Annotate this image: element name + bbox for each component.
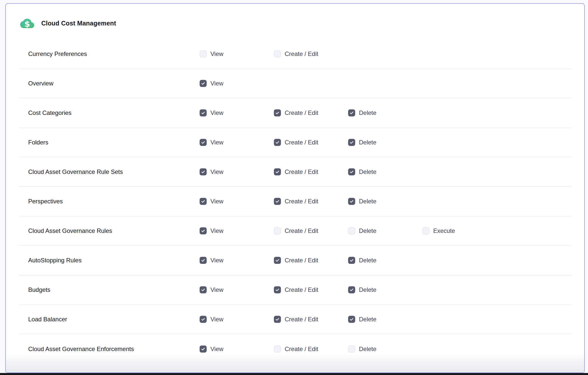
permission-cell: Create / Edit bbox=[274, 50, 348, 57]
create-edit-checkbox-label: Create / Edit bbox=[285, 109, 318, 116]
view-checkbox[interactable] bbox=[200, 168, 207, 175]
view-checkbox[interactable] bbox=[200, 227, 207, 234]
delete-checkbox-label: Delete bbox=[359, 346, 376, 353]
create-edit-checkbox-label: Create / Edit bbox=[285, 168, 318, 175]
resource-label: AutoStopping Rules bbox=[28, 257, 200, 264]
permission-cell: Delete bbox=[348, 316, 422, 323]
resource-label: Cloud Asset Governance Rules bbox=[28, 227, 200, 234]
view-checkbox[interactable] bbox=[200, 257, 207, 264]
create-edit-checkbox[interactable] bbox=[274, 257, 281, 264]
view-checkbox[interactable] bbox=[200, 50, 207, 57]
execute-checkbox[interactable] bbox=[422, 227, 429, 234]
view-checkbox[interactable] bbox=[200, 198, 207, 205]
create-edit-checkbox[interactable] bbox=[274, 109, 281, 116]
create-edit-checkbox-label: Create / Edit bbox=[285, 257, 318, 264]
permission-cell: Create / Edit bbox=[274, 139, 348, 146]
permission-row: Cloud Asset Governance Rules View Create… bbox=[19, 216, 572, 246]
permission-row: Folders View Create / Edit Delete bbox=[19, 128, 572, 157]
delete-checkbox[interactable] bbox=[348, 198, 355, 205]
create-edit-checkbox[interactable] bbox=[274, 286, 281, 293]
permission-row: Cloud Asset Governance Enforcements View… bbox=[19, 334, 572, 364]
permission-cell: View bbox=[200, 286, 274, 293]
create-edit-checkbox-label: Create / Edit bbox=[285, 286, 318, 293]
create-edit-checkbox-label: Create / Edit bbox=[285, 227, 318, 234]
view-checkbox-label: View bbox=[210, 139, 224, 146]
resource-label: Cloud Asset Governance Rule Sets bbox=[28, 168, 200, 175]
view-checkbox[interactable] bbox=[200, 80, 207, 87]
permission-cell: View bbox=[200, 227, 274, 234]
permission-cell: Delete bbox=[348, 168, 422, 175]
resource-label: Budgets bbox=[28, 286, 200, 293]
permission-cell: View bbox=[200, 50, 274, 57]
permission-cell: Delete bbox=[348, 139, 422, 146]
view-checkbox[interactable] bbox=[200, 109, 207, 116]
create-edit-checkbox[interactable] bbox=[274, 198, 281, 205]
create-edit-checkbox[interactable] bbox=[274, 50, 281, 57]
view-checkbox-label: View bbox=[210, 346, 224, 353]
permission-cell: Create / Edit bbox=[274, 109, 348, 116]
create-edit-checkbox[interactable] bbox=[274, 346, 281, 353]
resource-label: Overview bbox=[28, 80, 200, 87]
permission-cell: View bbox=[200, 316, 274, 323]
view-checkbox-label: View bbox=[210, 168, 224, 175]
delete-checkbox-label: Delete bbox=[359, 316, 376, 323]
resource-label: Perspectives bbox=[28, 198, 200, 205]
permission-cell: Delete bbox=[348, 257, 422, 264]
create-edit-checkbox[interactable] bbox=[274, 168, 281, 175]
delete-checkbox[interactable] bbox=[348, 286, 355, 293]
svg-text:$: $ bbox=[24, 19, 30, 29]
view-checkbox-label: View bbox=[210, 257, 224, 264]
view-checkbox[interactable] bbox=[200, 139, 207, 146]
permission-row: Currency Preferences View Create / Edit bbox=[19, 39, 572, 69]
delete-checkbox[interactable] bbox=[348, 316, 355, 323]
permission-cell: Create / Edit bbox=[274, 168, 348, 175]
view-checkbox[interactable] bbox=[200, 286, 207, 293]
create-edit-checkbox[interactable] bbox=[274, 316, 281, 323]
delete-checkbox-label: Delete bbox=[359, 198, 376, 205]
create-edit-checkbox[interactable] bbox=[274, 227, 281, 234]
delete-checkbox[interactable] bbox=[348, 257, 355, 264]
permission-row: Cost Categories View Create / Edit Delet… bbox=[19, 98, 572, 128]
permission-cell: Delete bbox=[348, 346, 422, 353]
view-checkbox-label: View bbox=[210, 109, 224, 116]
delete-checkbox[interactable] bbox=[348, 346, 355, 353]
delete-checkbox[interactable] bbox=[348, 227, 355, 234]
permission-cell: View bbox=[200, 80, 274, 87]
permission-cell: Delete bbox=[348, 198, 422, 205]
permission-cell: View bbox=[200, 257, 274, 264]
permission-cell: Create / Edit bbox=[274, 286, 348, 293]
create-edit-checkbox[interactable] bbox=[274, 139, 281, 146]
module-title: Cloud Cost Management bbox=[41, 20, 116, 27]
view-checkbox-label: View bbox=[210, 80, 224, 87]
create-edit-checkbox-label: Create / Edit bbox=[285, 346, 318, 353]
permission-row: Perspectives View Create / Edit Delete bbox=[19, 187, 572, 216]
card-header: $ Cloud Cost Management bbox=[6, 4, 584, 39]
permission-cell: Delete bbox=[348, 286, 422, 293]
permission-cell: View bbox=[200, 139, 274, 146]
delete-checkbox[interactable] bbox=[348, 168, 355, 175]
resource-label: Currency Preferences bbox=[28, 50, 200, 57]
view-checkbox-label: View bbox=[210, 198, 224, 205]
permission-cell: Execute bbox=[422, 227, 497, 234]
permission-row: Budgets View Create / Edit Delete bbox=[19, 275, 572, 305]
permission-cell: View bbox=[200, 346, 274, 353]
execute-checkbox-label: Execute bbox=[433, 227, 455, 234]
resource-label: Load Balancer bbox=[28, 316, 200, 323]
screen: $ Cloud Cost Management Currency Prefere… bbox=[0, 0, 588, 375]
cloud-dollar-icon: $ bbox=[20, 16, 34, 30]
permission-cell: Create / Edit bbox=[274, 227, 348, 234]
view-checkbox-label: View bbox=[210, 316, 224, 323]
create-edit-checkbox-label: Create / Edit bbox=[285, 198, 318, 205]
create-edit-checkbox-label: Create / Edit bbox=[285, 50, 318, 57]
permission-cell: View bbox=[200, 198, 274, 205]
view-checkbox-label: View bbox=[210, 286, 224, 293]
delete-checkbox-label: Delete bbox=[359, 286, 376, 293]
delete-checkbox[interactable] bbox=[348, 109, 355, 116]
permission-cell: Create / Edit bbox=[274, 257, 348, 264]
resource-label: Folders bbox=[28, 139, 200, 146]
view-checkbox[interactable] bbox=[200, 346, 207, 353]
view-checkbox[interactable] bbox=[200, 316, 207, 323]
permission-cell: Create / Edit bbox=[274, 316, 348, 323]
delete-checkbox-label: Delete bbox=[359, 227, 376, 234]
delete-checkbox[interactable] bbox=[348, 139, 355, 146]
